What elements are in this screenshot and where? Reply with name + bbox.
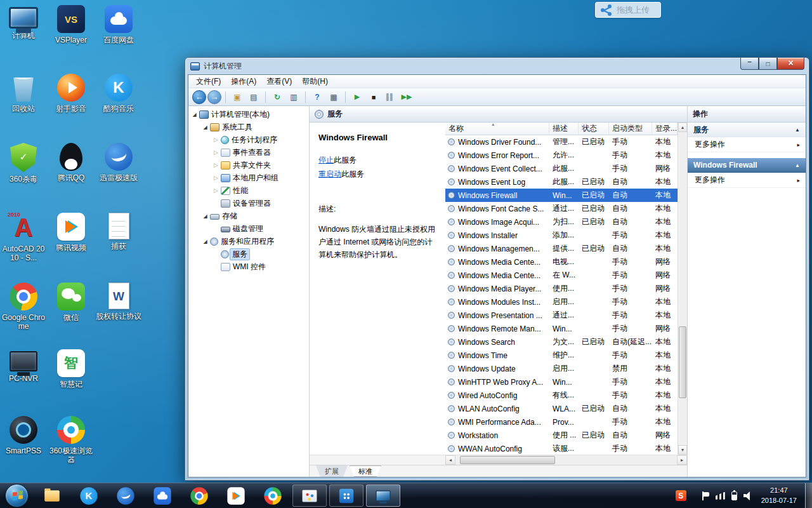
- tree-item-event-viewer[interactable]: ▷事件查看器: [188, 146, 309, 159]
- service-row[interactable]: Windows Modules Inst...启用...手动本地: [445, 295, 678, 309]
- pause-service-button[interactable]: ▌▌: [383, 90, 398, 104]
- tree-item-system-tools[interactable]: ◢系统工具: [188, 121, 309, 133]
- desktop-icon-wechat[interactable]: 微信: [48, 283, 94, 322]
- desktop-icon-computer[interactable]: 计算机: [1, 5, 46, 40]
- tree-item-disk-management[interactable]: 磁盘管理: [188, 222, 309, 235]
- more-actions-services[interactable]: 更多操作▸: [688, 137, 806, 152]
- taskbar-upload-tool[interactable]: [329, 485, 363, 507]
- desktop-icon-equity-transfer-doc[interactable]: W股权转让协议: [96, 283, 141, 321]
- horizontal-scrollbar[interactable]: ◂ ▸: [445, 455, 687, 465]
- drag-upload-button[interactable]: 拖拽上传: [595, 2, 661, 18]
- service-row[interactable]: Windows Update启用...禁用本地: [445, 362, 678, 375]
- desktop-icon-tencent-video[interactable]: 腾讯视频: [48, 213, 94, 252]
- desktop-icon-capture-file[interactable]: 捕获: [96, 213, 141, 251]
- column-header-description[interactable]: 描述: [549, 123, 579, 135]
- service-row[interactable]: Windows Media Player...使用...手动网络: [445, 282, 678, 295]
- tree-item-performance[interactable]: ▷性能: [188, 184, 309, 197]
- desktop-icon-tencent-qq[interactable]: 腾讯QQ: [48, 143, 94, 182]
- tab-standard[interactable]: 标准: [350, 465, 381, 477]
- export-list-button[interactable]: ▥: [286, 90, 301, 104]
- column-header-status[interactable]: 状态: [579, 123, 609, 135]
- service-row[interactable]: WWAN AutoConfig该服...手动本地: [445, 442, 678, 455]
- network-icon[interactable]: [716, 492, 725, 500]
- sogou-tray-icon[interactable]: S: [676, 490, 695, 501]
- desktop-icon-zhihuiji[interactable]: 智智慧记: [48, 349, 94, 389]
- desktop-icon-xunlei[interactable]: 迅雷极速版: [96, 143, 141, 182]
- desktop-icon-vsplayer[interactable]: VSVSPlayer: [48, 5, 94, 44]
- desktop-icon-recycle-bin[interactable]: 回收站: [1, 74, 46, 113]
- service-row[interactable]: Windows Remote Man...Win...手动网络: [445, 322, 678, 335]
- volume-icon[interactable]: [743, 491, 753, 500]
- tab-extended[interactable]: 扩展: [316, 465, 348, 477]
- menu-view[interactable]: 查看(V): [261, 75, 297, 88]
- service-row[interactable]: Windows Driver Found...管理...已启动手动本地: [445, 135, 678, 149]
- tree-item-computer-management-local[interactable]: ◢计算机管理(本地): [188, 108, 309, 121]
- service-row[interactable]: Windows Event Log此服...已启动自动本地: [445, 175, 678, 189]
- help-button[interactable]: ?: [310, 90, 325, 104]
- service-row[interactable]: Windows Event Collect...此服...手动网络: [445, 162, 678, 175]
- start-service-button[interactable]: ▶: [350, 90, 365, 104]
- stop-service-button[interactable]: ■: [366, 90, 381, 104]
- stop-link-text[interactable]: 停止: [318, 156, 334, 164]
- service-row[interactable]: Windows Media Cente...电视...手动网络: [445, 255, 678, 269]
- service-row[interactable]: Windows Image Acqui...为扫...已启动自动本地: [445, 215, 678, 229]
- stop-service-link[interactable]: 停止此服务: [318, 155, 438, 166]
- service-row[interactable]: Windows Presentation ...通过...手动本地: [445, 309, 678, 322]
- service-row[interactable]: Windows Search为文...已启动自动(延迟...本地: [445, 335, 678, 349]
- scroll-down-arrow-icon[interactable]: ▾: [678, 445, 687, 455]
- desktop-icon-shooter-player[interactable]: 射手影音: [48, 74, 94, 113]
- service-row[interactable]: Windows Installer添加...手动本地: [445, 229, 678, 242]
- column-header-logon-as[interactable]: 登录...: [652, 123, 678, 135]
- tree-item-local-users-groups[interactable]: ▷本地用户和组: [188, 171, 309, 184]
- taskbar-tencent-video[interactable]: [218, 484, 254, 508]
- column-header-name[interactable]: 名称▴: [445, 123, 549, 135]
- service-row[interactable]: Windows Media Cente...在 W...手动网络: [445, 269, 678, 282]
- horizontal-scroll-track[interactable]: [455, 455, 677, 465]
- forward-button[interactable]: →: [207, 90, 221, 104]
- close-button[interactable]: [777, 58, 804, 70]
- desktop-icon-autocad-2010[interactable]: AAutoCAD 2010 - S...: [1, 213, 46, 263]
- title-bar[interactable]: 计算机管理: [185, 58, 809, 74]
- properties-button[interactable]: ▤: [246, 90, 261, 104]
- show-desktop-button[interactable]: [805, 483, 812, 508]
- menu-action[interactable]: 操作(A): [226, 75, 261, 88]
- scroll-up-arrow-icon[interactable]: ▴: [678, 123, 687, 132]
- restart-service-button[interactable]: ▶▶: [399, 90, 414, 104]
- vertical-scrollbar[interactable]: ▴ ▾: [678, 123, 687, 455]
- back-button[interactable]: ←: [192, 90, 206, 104]
- desktop-icon-google-chrome[interactable]: Google Chrome: [1, 283, 46, 331]
- minimize-button[interactable]: [740, 58, 759, 70]
- more-actions-windows-firewall[interactable]: 更多操作▸: [688, 173, 806, 188]
- show-console-tree-button[interactable]: ▣: [230, 90, 245, 104]
- desktop-icon-smartpss[interactable]: SmartPSS: [1, 416, 46, 455]
- tree-item-services[interactable]: 服务: [188, 248, 309, 260]
- desktop-icon-360-antivirus[interactable]: ✓360杀毒: [1, 143, 46, 184]
- taskbar-360-speed-browser[interactable]: [254, 484, 291, 508]
- taskbar-computer-management[interactable]: [366, 485, 400, 507]
- tree-item-storage[interactable]: ◢存储: [188, 210, 309, 222]
- scroll-right-arrow-icon[interactable]: ▸: [677, 455, 687, 465]
- restart-service-link[interactable]: 重启动此服务: [318, 169, 438, 180]
- tree-item-device-manager[interactable]: 设备管理器: [188, 197, 309, 210]
- action-center-flag-icon[interactable]: [702, 491, 709, 500]
- service-row[interactable]: Windows Time维护...手动本地: [445, 349, 678, 362]
- restart-link-text[interactable]: 重启动: [318, 170, 341, 178]
- service-row[interactable]: WLAN AutoConfigWLA...已启动自动本地: [445, 402, 678, 415]
- service-row[interactable]: Wired AutoConfig有线...手动本地: [445, 389, 678, 402]
- scroll-left-arrow-icon[interactable]: ◂: [445, 455, 455, 465]
- actions-section-services[interactable]: 服务▲: [688, 123, 806, 137]
- service-row[interactable]: Windows Error Report...允许...手动本地: [445, 149, 678, 162]
- vertical-scroll-track[interactable]: [678, 132, 687, 445]
- taskbar-paint[interactable]: [292, 485, 327, 507]
- actions-section-windows-firewall[interactable]: Windows Firewall▲: [688, 158, 806, 173]
- service-row[interactable]: Windows Managemen...提供...已启动自动本地: [445, 242, 678, 255]
- desktop-icon-pc-nvr[interactable]: PC-NVR: [1, 349, 46, 383]
- service-row[interactable]: Windows Font Cache S...通过...已启动自动本地: [445, 202, 678, 215]
- menu-help[interactable]: 帮助(H): [297, 75, 333, 88]
- tree-item-services-and-applications[interactable]: ◢服务和应用程序: [188, 235, 309, 248]
- service-row[interactable]: WinHTTP Web Proxy A...Win...手动本地: [445, 375, 678, 389]
- horizontal-scroll-thumb[interactable]: [460, 456, 555, 464]
- taskbar-google-chrome[interactable]: [181, 484, 218, 508]
- desktop-icon-360-speed-browser[interactable]: 360极速浏览器: [48, 416, 94, 465]
- desktop-icon-baidu-netdisk[interactable]: 百度网盘: [96, 5, 141, 44]
